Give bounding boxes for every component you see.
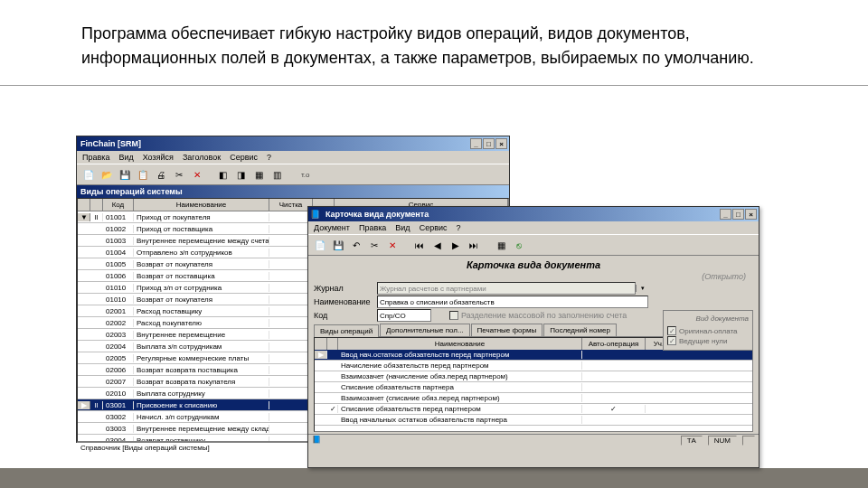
table-row[interactable]: Взаимозачет (начисление обяз.перед партн… bbox=[315, 371, 752, 382]
print-icon[interactable]: 🖨 bbox=[153, 166, 169, 183]
menu-item[interactable]: ? bbox=[456, 223, 460, 232]
maximize-button[interactable]: □ bbox=[732, 209, 744, 220]
table-row[interactable]: Взаимозачет (списание обяз.перед партнер… bbox=[315, 393, 752, 404]
table-row[interactable]: Ввод начальных остатков обязательств пар… bbox=[315, 415, 752, 426]
new-icon[interactable]: 📄 bbox=[80, 166, 97, 183]
checkbox-original[interactable]: ✓Оригинал-оплата bbox=[667, 326, 749, 335]
win1-menubar: Правка Вид Хозяйся Заголовок Сервис ? bbox=[77, 151, 509, 164]
journal-label: Журнал bbox=[314, 284, 377, 293]
win1-title: FinChain [SRM] bbox=[79, 139, 470, 148]
operations-subgrid[interactable]: Наименование Авто-операция Уч. ▶Ввод нач… bbox=[314, 337, 753, 432]
open-state-label: (Открыто) bbox=[314, 272, 753, 281]
split-checkbox[interactable]: Разделение массовой по заполнению счета bbox=[449, 311, 627, 321]
win2-menubar: Документ Правка Вид Сервис ? bbox=[308, 221, 759, 234]
first-icon[interactable]: ⏮ bbox=[411, 237, 428, 253]
form-title: Карточка вида документа bbox=[314, 258, 753, 272]
tool-icon[interactable]: ◨ bbox=[232, 166, 249, 183]
undo-icon[interactable]: ↶ bbox=[348, 237, 364, 253]
menu-item[interactable]: Правка bbox=[359, 223, 386, 232]
win2-statusbar: 📘 ТА NUM bbox=[308, 434, 759, 446]
table-row[interactable]: Начисление обязательств перед партнером bbox=[315, 361, 752, 371]
divider bbox=[0, 85, 868, 86]
delete-icon[interactable]: ✕ bbox=[189, 166, 205, 183]
name-field[interactable]: Справка о списании обязательств bbox=[377, 296, 648, 308]
grid-title: Виды операций системы bbox=[77, 185, 509, 198]
tab-operations[interactable]: Виды операций bbox=[314, 324, 379, 337]
tool-icon[interactable]: ◧ bbox=[214, 166, 231, 183]
tool-icon[interactable]: ▦ bbox=[250, 166, 267, 183]
win2-title: Карточка вида документа bbox=[324, 210, 720, 219]
toolbar-label: т.о bbox=[301, 171, 309, 179]
save-icon[interactable]: 💾 bbox=[117, 166, 133, 183]
menu-item[interactable]: ? bbox=[267, 153, 271, 162]
copy-icon[interactable]: 📋 bbox=[135, 166, 151, 183]
table-row[interactable]: Списание обязательств партнера bbox=[315, 382, 752, 393]
maximize-button[interactable]: □ bbox=[483, 138, 495, 149]
tab-fields[interactable]: Дополнительные пол... bbox=[380, 324, 470, 336]
menu-item[interactable]: Вид bbox=[118, 153, 133, 162]
close-button[interactable]: × bbox=[495, 138, 507, 149]
menu-item[interactable]: Документ bbox=[314, 223, 350, 232]
dropdown-icon[interactable]: ▾ bbox=[636, 285, 648, 292]
journal-field[interactable]: Журнал расчетов с партнерами bbox=[377, 282, 636, 295]
win1-titlebar[interactable]: FinChain [SRM] _ □ × bbox=[77, 136, 509, 151]
tool-icon[interactable]: ▦ bbox=[493, 237, 509, 253]
page-footer bbox=[0, 468, 868, 488]
prev-icon[interactable]: ◀ bbox=[429, 237, 446, 253]
minimize-button[interactable]: _ bbox=[470, 138, 482, 149]
delete-icon[interactable]: ✕ bbox=[384, 237, 401, 253]
close-button[interactable]: × bbox=[745, 209, 757, 220]
win2-titlebar[interactable]: 📘 Карточка вида документа _ □ × bbox=[308, 207, 759, 221]
open-icon[interactable]: 📂 bbox=[99, 166, 115, 183]
checkbox-zeros[interactable]: ✓Ведущие нули bbox=[667, 336, 749, 345]
tool-icon[interactable]: ▥ bbox=[269, 166, 285, 183]
menu-item[interactable]: Заголовок bbox=[183, 153, 221, 162]
cut-icon[interactable]: ✂ bbox=[366, 237, 382, 253]
name-label: Наименование bbox=[314, 297, 377, 306]
next-icon[interactable]: ▶ bbox=[448, 237, 464, 253]
code-field[interactable]: Спр/СО bbox=[377, 309, 431, 322]
tab-last-number[interactable]: Последний номер bbox=[543, 324, 617, 336]
menu-item[interactable]: Сервис bbox=[230, 153, 258, 162]
exit-icon[interactable]: ⎋ bbox=[511, 237, 527, 253]
menu-item[interactable]: Сервис bbox=[420, 223, 448, 232]
win2-toolbar: 📄 💾 ↶ ✂ ✕ ⏮ ◀ ▶ ⏭ ▦ ⎋ bbox=[308, 234, 759, 256]
table-row[interactable]: ✓Списание обязательств перед партнером✓ bbox=[315, 404, 752, 415]
save-icon[interactable]: 💾 bbox=[330, 237, 346, 253]
code-label: Код bbox=[314, 311, 377, 320]
card-window: 📘 Карточка вида документа _ □ × Документ… bbox=[307, 206, 760, 468]
menu-item[interactable]: Правка bbox=[82, 153, 109, 162]
win1-toolbar: 📄 📂 💾 📋 🖨 ✂ ✕ ◧ ◨ ▦ ▥ т.о bbox=[77, 164, 509, 185]
minimize-button[interactable]: _ bbox=[720, 209, 731, 220]
new-icon[interactable]: 📄 bbox=[312, 237, 328, 253]
menu-item[interactable]: Вид bbox=[395, 223, 410, 232]
last-icon[interactable]: ⏭ bbox=[466, 237, 482, 253]
doc-type-panel: Вид документа ✓Оригинал-оплата ✓Ведущие … bbox=[663, 310, 753, 351]
description-text: Программа обеспечивает гибкую настройку … bbox=[0, 0, 868, 80]
menu-item[interactable]: Хозяйся bbox=[143, 153, 174, 162]
tab-print-forms[interactable]: Печатные формы bbox=[471, 324, 543, 336]
table-row[interactable]: ▶Ввод нач.остатков обязательств перед па… bbox=[315, 350, 752, 361]
cut-icon[interactable]: ✂ bbox=[171, 166, 187, 183]
